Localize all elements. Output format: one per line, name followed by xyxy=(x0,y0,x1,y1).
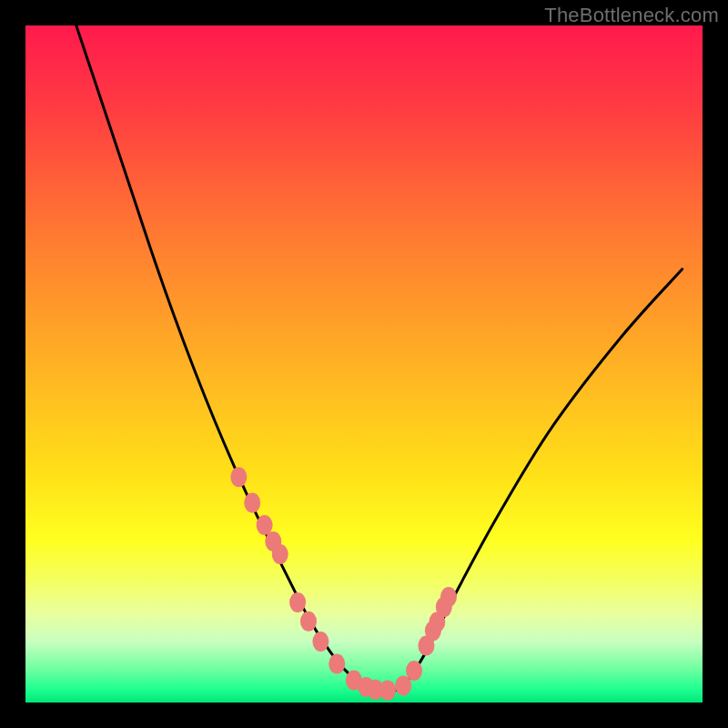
data-marker xyxy=(300,612,317,632)
curve-line xyxy=(76,25,682,693)
bottleneck-curve-chart xyxy=(25,25,703,703)
data-marker xyxy=(406,661,422,681)
data-marker xyxy=(440,587,457,607)
data-marker xyxy=(379,681,396,701)
plot-area xyxy=(25,25,703,703)
data-marker xyxy=(289,592,306,612)
chart-frame: TheBottleneck.com xyxy=(0,0,728,728)
data-marker xyxy=(329,654,345,674)
data-marker xyxy=(395,675,411,695)
data-marker xyxy=(230,467,247,487)
data-marker xyxy=(312,632,329,652)
data-marker xyxy=(272,544,288,564)
watermark-text: TheBottleneck.com xyxy=(544,4,719,27)
data-marker xyxy=(244,493,260,513)
